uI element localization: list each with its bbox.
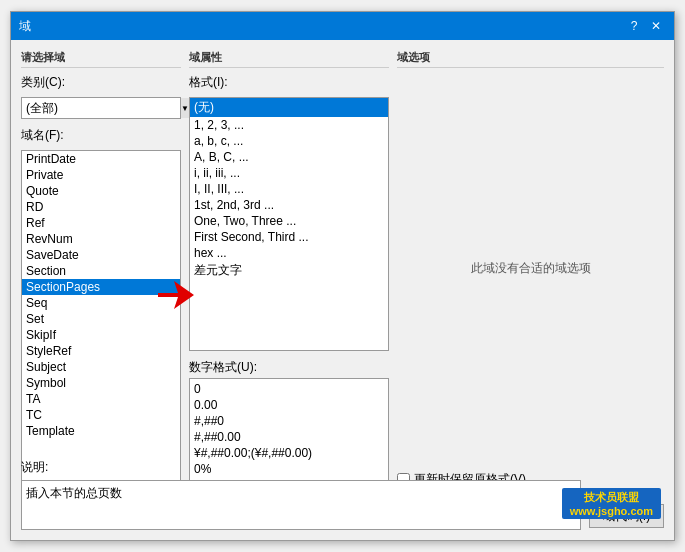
format-list-item[interactable]: 1st, 2nd, 3rd ... (190, 197, 388, 213)
field-list-item[interactable]: Symbol (22, 375, 180, 391)
left-panel-title: 请选择域 (21, 50, 181, 68)
field-list-item[interactable]: TA (22, 391, 180, 407)
number-format-list-item[interactable]: #,##0.00 (190, 429, 388, 445)
description-text: 插入本节的总页数 (21, 480, 581, 530)
field-list-item[interactable]: Private (22, 167, 180, 183)
right-panel: 域选项 此域没有合适的域选项 更新时保留原格式(V) (397, 50, 664, 488)
field-list-item[interactable]: Seq (22, 295, 180, 311)
format-list-item[interactable]: hex ... (190, 245, 388, 261)
field-list-item[interactable]: StyleRef (22, 343, 180, 359)
no-options-text: 此域没有合适的域选项 (471, 260, 591, 277)
main-content-row: 请选择域 类别(C): ▼ 域名(F): PrintDatePrivateQuo… (21, 50, 664, 488)
format-label: 格式(I): (189, 74, 389, 91)
field-list-item[interactable]: TC (22, 407, 180, 423)
field-list-item[interactable]: Ref (22, 215, 180, 231)
category-input[interactable] (22, 101, 180, 115)
format-list-item[interactable]: A, B, C, ... (190, 149, 388, 165)
field-list-item[interactable]: RD (22, 199, 180, 215)
category-combo[interactable]: ▼ (21, 97, 181, 119)
field-list-item[interactable]: SectionPages (22, 279, 180, 295)
domain-options-content: 此域没有合适的域选项 (397, 74, 664, 463)
category-label: 类别(C): (21, 74, 181, 91)
field-list-item[interactable]: SaveDate (22, 247, 180, 263)
left-panel: 请选择域 类别(C): ▼ 域名(F): PrintDatePrivateQuo… (21, 50, 181, 488)
dialog-title: 域 (19, 18, 31, 35)
number-format-list-item[interactable]: 0 (190, 381, 388, 397)
field-code-button[interactable]: 域代码(I) (589, 504, 664, 528)
middle-panel-title: 域属性 (189, 50, 389, 68)
number-format-list-item[interactable]: #,##0 (190, 413, 388, 429)
field-list-item[interactable]: RevNum (22, 231, 180, 247)
middle-panel: 域属性 格式(I): (无)1, 2, 3, ...a, b, c, ...A,… (189, 50, 389, 488)
format-list-item[interactable]: i, ii, iii, ... (190, 165, 388, 181)
format-list-item[interactable]: One, Two, Three ... (190, 213, 388, 229)
field-name-label: 域名(F): (21, 127, 181, 144)
field-list-item[interactable]: SkipIf (22, 327, 180, 343)
right-panel-title: 域选项 (397, 50, 664, 68)
field-list-item[interactable]: Set (22, 311, 180, 327)
format-list-item[interactable]: a, b, c, ... (190, 133, 388, 149)
field-list-item[interactable]: Subject (22, 359, 180, 375)
close-button[interactable]: ✕ (646, 17, 666, 35)
dialog-body: 请选择域 类别(C): ▼ 域名(F): PrintDatePrivateQuo… (11, 40, 674, 540)
format-list-item[interactable]: 差元文字 (190, 261, 388, 280)
format-list-item[interactable]: 1, 2, 3, ... (190, 117, 388, 133)
format-list[interactable]: (无)1, 2, 3, ...a, b, c, ...A, B, C, ...i… (189, 97, 389, 351)
description-label: 说明: (21, 459, 581, 476)
number-format-label: 数字格式(U): (189, 359, 389, 376)
number-format-list-item[interactable]: 0.00 (190, 397, 388, 413)
title-bar: 域 ? ✕ (11, 12, 674, 40)
format-list-item[interactable]: (无) (190, 98, 388, 117)
bottom-row: 说明: 插入本节的总页数 域代码(I) (21, 494, 664, 530)
field-list-item[interactable]: PrintDate (22, 151, 180, 167)
field-list-item[interactable]: Template (22, 423, 180, 439)
field-list-item[interactable]: Quote (22, 183, 180, 199)
field-name-list[interactable]: PrintDatePrivateQuoteRDRefRevNumSaveDate… (21, 150, 181, 488)
dialog-window: 域 ? ✕ 请选择域 类别(C): ▼ 域名(F): PrintDatePriv… (10, 11, 675, 541)
field-list-item[interactable]: Section (22, 263, 180, 279)
category-arrow-icon[interactable]: ▼ (180, 98, 189, 118)
format-list-item[interactable]: I, II, III, ... (190, 181, 388, 197)
format-list-item[interactable]: First Second, Third ... (190, 229, 388, 245)
description-section: 说明: 插入本节的总页数 (21, 459, 581, 530)
help-button[interactable]: ? (624, 17, 644, 35)
title-bar-buttons: ? ✕ (624, 17, 666, 35)
